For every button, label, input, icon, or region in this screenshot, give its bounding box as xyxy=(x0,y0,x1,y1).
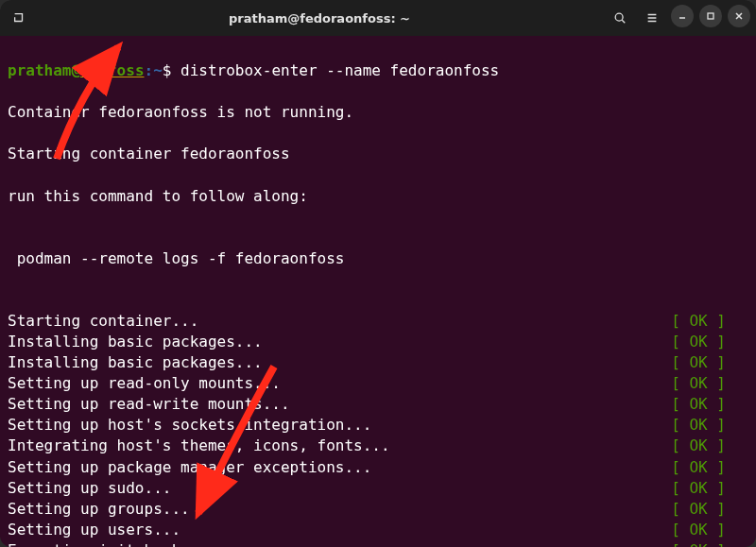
step-status: [ OK ] xyxy=(671,373,748,394)
prompt-dollar: $ xyxy=(163,61,180,79)
step-label: Setting up users... xyxy=(8,520,180,540)
step-label: Setting up read-write mounts... xyxy=(8,394,290,415)
terminal-area[interactable]: pratham@itsfoss:~$ distrobox-enter --nam… xyxy=(0,36,756,547)
step-row: Starting container...[ OK ] xyxy=(8,311,748,332)
minimize-button[interactable] xyxy=(671,5,694,27)
step-label: Integrating host's themes, icons, fonts.… xyxy=(8,436,390,456)
step-label: Executing init hooks... xyxy=(8,540,217,547)
svg-line-1 xyxy=(622,20,625,23)
step-status: [ OK ] xyxy=(671,540,748,547)
menu-icon xyxy=(645,11,659,25)
output-line: podman --remote logs -f fedoraonfoss xyxy=(8,248,748,269)
step-status: [ OK ] xyxy=(671,415,748,436)
step-label: Setting up host's sockets integration... xyxy=(8,415,371,436)
close-button[interactable] xyxy=(728,5,750,27)
prompt-host: itsfoss xyxy=(80,61,144,79)
step-status: [ OK ] xyxy=(671,499,748,520)
svg-point-0 xyxy=(615,13,623,21)
step-status: [ OK ] xyxy=(671,311,748,332)
titlebar: pratham@fedoraonfoss: ~ xyxy=(0,0,756,36)
step-row: Setting up package manager exceptions...… xyxy=(8,457,748,478)
step-label: Setting up package manager exceptions... xyxy=(8,457,371,478)
output-line: Container fedoraonfoss is not running. xyxy=(8,102,748,123)
step-row: Setting up read-write mounts...[ OK ] xyxy=(8,394,748,415)
step-label: Starting container... xyxy=(8,311,198,332)
step-status: [ OK ] xyxy=(671,478,748,499)
command-entered: distrobox-enter --name fedoraonfoss xyxy=(180,61,499,79)
step-label: Installing basic packages... xyxy=(8,352,263,373)
new-tab-button[interactable] xyxy=(6,5,32,31)
step-label: Setting up read-only mounts... xyxy=(8,373,281,394)
prompt-at: @ xyxy=(71,61,80,79)
step-row: Executing init hooks...[ OK ] xyxy=(8,540,748,547)
maximize-icon xyxy=(706,11,715,21)
step-row: Installing basic packages...[ OK ] xyxy=(8,352,748,373)
step-status: [ OK ] xyxy=(671,352,748,373)
new-tab-icon xyxy=(12,11,26,25)
menu-button[interactable] xyxy=(639,5,665,31)
step-status: [ OK ] xyxy=(671,436,748,456)
step-status: [ OK ] xyxy=(671,394,748,415)
output-line: Starting container fedoraonfoss xyxy=(8,144,748,164)
step-label: Setting up sudo... xyxy=(8,478,171,499)
close-icon xyxy=(734,11,744,21)
step-status: [ OK ] xyxy=(671,520,748,540)
step-status: [ OK ] xyxy=(671,332,748,352)
step-row: Installing basic packages...[ OK ] xyxy=(8,332,748,352)
window-title: pratham@fedoraonfoss: ~ xyxy=(38,11,601,26)
step-row: Setting up users...[ OK ] xyxy=(8,520,748,540)
step-row: Setting up groups...[ OK ] xyxy=(8,499,748,520)
step-row: Integrating host's themes, icons, fonts.… xyxy=(8,436,748,456)
step-row: Setting up host's sockets integration...… xyxy=(8,415,748,436)
search-button[interactable] xyxy=(607,5,633,31)
maximize-button[interactable] xyxy=(699,5,722,27)
step-status: [ OK ] xyxy=(671,457,748,478)
step-row: Setting up read-only mounts...[ OK ] xyxy=(8,373,748,394)
prompt-path: :~ xyxy=(145,61,163,79)
step-label: Installing basic packages... xyxy=(8,332,263,352)
prompt-line-1: pratham@itsfoss:~$ distrobox-enter --nam… xyxy=(8,60,748,81)
search-icon xyxy=(613,11,627,25)
output-line: run this command to follow along: xyxy=(8,186,748,207)
step-row: Setting up sudo...[ OK ] xyxy=(8,478,748,499)
svg-rect-3 xyxy=(708,13,713,19)
minimize-icon xyxy=(678,11,687,21)
prompt-user: pratham xyxy=(8,61,71,79)
step-label: Setting up groups... xyxy=(8,499,190,520)
